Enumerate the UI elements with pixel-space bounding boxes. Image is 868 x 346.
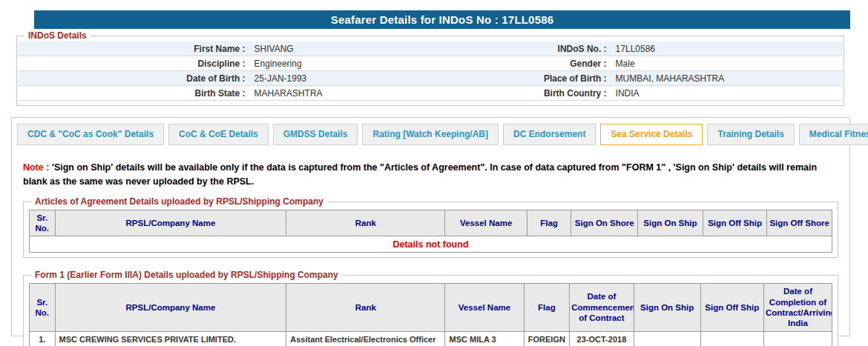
col-header-date-of-completion: Date of Completion of Contract/Arriving … bbox=[763, 284, 832, 332]
col-header-sign-on-shore: Sign On Shore bbox=[571, 210, 638, 236]
form1-table: Sr. No. RPSL/Company Name Rank Vessel Na… bbox=[29, 283, 832, 346]
date-of-birth-label: Date of Birth : bbox=[18, 73, 251, 84]
cell-sign-on-ship bbox=[634, 331, 700, 346]
gender-label: Gender : bbox=[447, 59, 611, 69]
form1-header-row: Sr. No. RPSL/Company Name Rank Vessel Na… bbox=[30, 284, 832, 332]
indos-row: First Name : SHIVANG INDoS No. : 17LL058… bbox=[18, 41, 843, 56]
first-name-label: First Name : bbox=[18, 44, 251, 54]
articles-header-row: Sr. No. RPSL/Company Name Rank Vessel Na… bbox=[30, 210, 832, 236]
cell-commencement-date: 23-OCT-2018 bbox=[570, 331, 634, 346]
sea-service-panel: CDC & "CoC as Cook" Details CoC & CoE De… bbox=[11, 117, 850, 336]
indos-no-label: INDoS No. : bbox=[447, 44, 611, 54]
form1-section: Form 1 (Earlier Form IIIA) Details uploa… bbox=[23, 275, 838, 346]
tab-coc-coe-details[interactable]: CoC & CoE Details bbox=[168, 124, 269, 145]
col-header-rank: Rank bbox=[286, 210, 445, 236]
col-header-sign-off-ship: Sign Off Ship bbox=[703, 210, 767, 236]
note-body: 'Sign on Ship' details will be available… bbox=[23, 162, 817, 187]
col-header-date-of-commencement: Date of Commencement of Contract bbox=[570, 284, 634, 332]
tab-dc-endorsement[interactable]: DC Endorsement bbox=[503, 124, 596, 145]
col-header-vessel-name: Vessel Name bbox=[445, 210, 527, 236]
sign-on-ship-note: Note : 'Sign on Ship' details will be av… bbox=[23, 161, 833, 189]
tab-bar: CDC & "CoC as Cook" Details CoC & CoE De… bbox=[17, 124, 849, 145]
articles-of-agreement-section: Articles of Agreement Details uploaded b… bbox=[23, 202, 838, 259]
indos-details-legend: INDoS Details bbox=[24, 30, 91, 41]
col-header-rank: Rank bbox=[286, 284, 445, 332]
tab-gmdss-details[interactable]: GMDSS Details bbox=[273, 124, 358, 145]
tab-cdc-coc-as-cook-details[interactable]: CDC & "CoC as Cook" Details bbox=[17, 124, 164, 145]
gender-value: Male bbox=[612, 59, 843, 69]
page-title: Seafarer Details for INDoS No : 17LL0586 bbox=[34, 10, 850, 29]
tab-training-details[interactable]: Training Details bbox=[707, 124, 794, 145]
articles-of-agreement-table: Sr. No. RPSL/Company Name Rank Vessel Na… bbox=[29, 210, 832, 253]
birth-state-label: Birth State : bbox=[18, 88, 251, 99]
indos-row: Discipline : Engineering Gender : Male bbox=[18, 56, 843, 71]
col-header-vessel-name: Vessel Name bbox=[445, 284, 524, 332]
birth-country-value: INDIA bbox=[612, 88, 843, 99]
details-not-found-message: Details not found bbox=[30, 236, 832, 253]
col-header-sr-no: Sr. No. bbox=[30, 284, 56, 332]
col-header-flag: Flag bbox=[527, 210, 571, 236]
cell-vessel-name: MSC MILA 3 bbox=[445, 331, 524, 346]
indos-no-value: 17LL0586 bbox=[612, 44, 843, 54]
col-header-rpsl-company-name: RPSL/Company Name bbox=[55, 284, 286, 332]
cell-completion-date bbox=[763, 331, 832, 346]
form1-legend: Form 1 (Earlier Form IIIA) Details uploa… bbox=[31, 270, 342, 280]
col-header-rpsl-company-name: RPSL/Company Name bbox=[55, 210, 286, 236]
indos-row: Birth State : MAHARASHTRA Birth Country … bbox=[18, 86, 843, 101]
indos-row: Date of Birth : 25-JAN-1993 Place of Bir… bbox=[18, 71, 843, 86]
tab-rating-watch-keeping-ab[interactable]: Rating [Watch Keeping/AB] bbox=[362, 124, 499, 145]
note-prefix: Note : bbox=[23, 162, 49, 173]
col-header-sr-no: Sr. No. bbox=[30, 210, 56, 236]
date-of-birth-value: 25-JAN-1993 bbox=[251, 73, 447, 84]
first-name-value: SHIVANG bbox=[251, 44, 447, 54]
cell-flag: FOREIGN bbox=[524, 331, 570, 346]
col-header-sign-off-shore: Sign Off Shore bbox=[767, 210, 832, 236]
birth-state-value: MAHARASHTRA bbox=[251, 88, 447, 99]
discipline-value: Engineering bbox=[251, 59, 447, 69]
col-header-flag: Flag bbox=[524, 284, 570, 332]
tab-sea-service-details[interactable]: Sea Service Details bbox=[600, 124, 703, 145]
col-header-sign-off-ship: Sign Off Ship bbox=[700, 284, 763, 332]
empty-row: Details not found bbox=[30, 236, 832, 253]
col-header-sign-on-ship: Sign On Ship bbox=[638, 210, 703, 236]
table-row: 1. MSC CREWING SERVICES PRIVATE LIMITED.… bbox=[30, 331, 832, 346]
discipline-label: Discipline : bbox=[18, 59, 251, 69]
cell-company-name: MSC CREWING SERVICES PRIVATE LIMITED. bbox=[55, 331, 286, 346]
cell-sr-no: 1. bbox=[30, 331, 56, 346]
cell-rank: Assitant Electrical/Electronics Officer bbox=[286, 331, 445, 346]
articles-of-agreement-legend: Articles of Agreement Details uploaded b… bbox=[31, 196, 327, 207]
col-header-sign-on-ship: Sign On Ship bbox=[634, 284, 700, 332]
place-of-birth-label: Place of Birth : bbox=[447, 73, 611, 84]
indos-details-panel: INDoS Details First Name : SHIVANG INDoS… bbox=[16, 36, 844, 106]
place-of-birth-value: MUMBAI, MAHARASHTRA bbox=[612, 73, 843, 84]
cell-sign-off-ship bbox=[700, 331, 763, 346]
tab-medical-fitness-certificate[interactable]: Medical Fitness Certificate bbox=[799, 124, 868, 145]
birth-country-label: Birth Country : bbox=[447, 88, 611, 99]
